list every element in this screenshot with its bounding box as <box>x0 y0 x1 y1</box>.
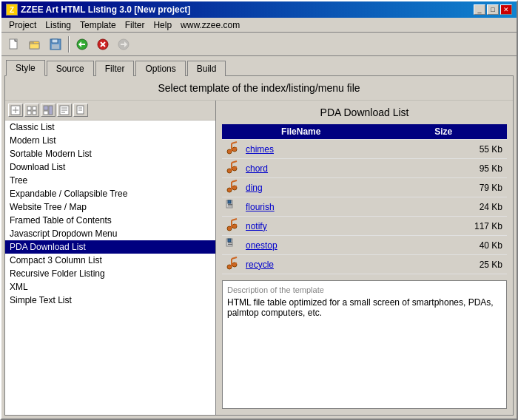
file-size: 117 Kb <box>380 217 507 236</box>
list-item[interactable]: Framed Table of Contents <box>5 214 215 227</box>
close-button[interactable]: ✕ <box>500 4 512 15</box>
list-item[interactable]: Tree <box>5 174 215 187</box>
file-icon <box>225 243 238 253</box>
menu-help[interactable]: Help <box>149 19 176 31</box>
file-size: 95 Kb <box>380 159 507 178</box>
back-button[interactable] <box>73 35 92 53</box>
file-name[interactable]: notify <box>241 217 380 236</box>
preview-table: FileName Size chimes 55 Kb <box>222 124 507 274</box>
menu-listing[interactable]: Listing <box>41 19 75 31</box>
open-button[interactable] <box>25 35 44 53</box>
svg-rect-59 <box>228 239 231 242</box>
file-name[interactable]: flourish <box>241 197 380 217</box>
preview-title: PDA Download List <box>222 106 507 118</box>
tab-filter[interactable]: Filter <box>95 61 135 76</box>
col-header-size: Size <box>380 124 507 140</box>
file-size: 79 Kb <box>380 178 507 197</box>
svg-rect-51 <box>228 204 232 205</box>
menubar: Project Listing Template Filter Help www… <box>1 18 517 33</box>
file-name[interactable]: recycle <box>241 255 380 274</box>
svg-rect-21 <box>33 106 36 110</box>
table-row: notify 117 Kb <box>222 217 507 236</box>
svg-rect-25 <box>49 106 53 115</box>
list-item[interactable]: Classic List <box>5 121 215 134</box>
svg-rect-6 <box>30 44 39 49</box>
tab-source[interactable]: Source <box>47 61 94 76</box>
tab-options[interactable]: Options <box>135 61 185 76</box>
svg-rect-26 <box>44 111 48 115</box>
list-item[interactable]: Compact 3 Column List <box>5 254 215 267</box>
tab-style[interactable]: Style <box>6 60 45 76</box>
list-item[interactable]: PDA Download List <box>5 240 215 254</box>
svg-line-65 <box>232 257 237 259</box>
list-item[interactable]: Download List <box>5 160 215 174</box>
table-row: onestop 40 Kb <box>222 236 507 255</box>
svg-line-37 <box>232 142 237 143</box>
list-item[interactable]: Javascript Dropdown Menu <box>5 227 215 240</box>
file-name[interactable]: chord <box>241 159 380 178</box>
stop-button[interactable] <box>93 35 112 53</box>
table-row: flourish 24 Kb <box>222 197 507 217</box>
table-row: chord 95 Kb <box>222 159 507 178</box>
svg-rect-9 <box>52 44 59 49</box>
save-button[interactable] <box>46 35 65 53</box>
svg-line-47 <box>232 180 237 182</box>
lt-btn-4[interactable] <box>57 104 72 117</box>
right-panel: PDA Download List FileName Size <box>216 101 513 415</box>
lt-btn-3[interactable] <box>41 104 56 117</box>
file-name[interactable]: chimes <box>241 140 380 159</box>
table-row: ding 79 Kb <box>222 178 507 197</box>
tabs: Style Source Filter Options Build <box>1 56 517 75</box>
file-icon <box>225 146 238 157</box>
app-icon: Z <box>6 4 18 16</box>
menu-filter[interactable]: Filter <box>121 19 149 31</box>
left-panel: Classic ListModern ListSortable Modern L… <box>5 101 216 415</box>
toolbar-separator-1 <box>68 36 70 52</box>
description-text: HTML file table optimized for a small sc… <box>227 297 502 318</box>
toolbar <box>1 33 517 56</box>
list-item[interactable]: Sortable Modern List <box>5 147 215 160</box>
file-icon <box>225 185 238 195</box>
titlebar: Z ZZEE Art HTML Listing 3.0 [New project… <box>1 1 517 18</box>
svg-line-56 <box>232 219 237 220</box>
list-item[interactable]: Modern List <box>5 134 215 147</box>
svg-line-42 <box>232 161 237 163</box>
file-name[interactable]: onestop <box>241 236 380 255</box>
svg-rect-24 <box>44 106 48 110</box>
tab-build[interactable]: Build <box>187 61 226 76</box>
list-item[interactable]: Recursive Folder Listing <box>5 267 215 280</box>
list-item[interactable]: Simple Text List <box>5 294 215 307</box>
description-title: Description of the template <box>227 285 502 294</box>
maximize-button[interactable]: □ <box>487 4 499 15</box>
menu-project[interactable]: Project <box>4 19 41 31</box>
menu-website[interactable]: www.zzee.com <box>176 19 244 31</box>
template-list: Classic ListModern ListSortable Modern L… <box>5 121 215 415</box>
forward-button[interactable] <box>114 35 133 53</box>
svg-rect-8 <box>52 39 58 43</box>
file-icon <box>225 166 238 176</box>
svg-rect-60 <box>228 243 232 243</box>
table-row: recycle 25 Kb <box>222 255 507 274</box>
lt-btn-5[interactable] <box>73 104 88 117</box>
file-icon <box>225 262 238 272</box>
file-size: 40 Kb <box>380 236 507 255</box>
lt-btn-1[interactable] <box>8 104 23 117</box>
titlebar-left: Z ZZEE Art HTML Listing 3.0 [New project… <box>6 4 190 16</box>
tab-content: Select template of the index/listing/men… <box>4 75 514 416</box>
minimize-button[interactable]: _ <box>474 4 485 15</box>
file-size: 25 Kb <box>380 255 507 274</box>
svg-rect-61 <box>228 244 232 245</box>
left-toolbar <box>5 101 215 121</box>
file-name[interactable]: ding <box>241 178 380 197</box>
menu-template[interactable]: Template <box>75 19 121 31</box>
description-box: Description of the template HTML file ta… <box>222 280 507 409</box>
svg-rect-23 <box>33 111 36 115</box>
col-header-filename: FileName <box>222 124 380 140</box>
list-item[interactable]: XML <box>5 280 215 294</box>
list-item[interactable]: Expandable / Collapsible Tree <box>5 187 215 200</box>
svg-rect-50 <box>228 200 231 203</box>
new-button[interactable] <box>4 35 24 53</box>
main-window: Z ZZEE Art HTML Listing 3.0 [New project… <box>0 0 518 420</box>
lt-btn-2[interactable] <box>24 104 39 117</box>
list-item[interactable]: Website Tree / Map <box>5 200 215 214</box>
